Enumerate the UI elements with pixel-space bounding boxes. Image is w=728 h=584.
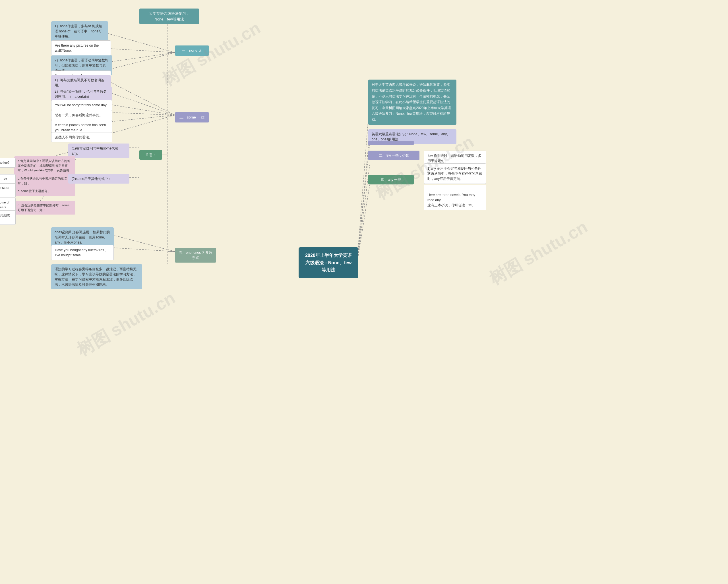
branch-four-any-desc: 1)any 多用于否定句和疑问句和条件状语从句中，当句中含有任何的意思时，any… [424, 163, 486, 184]
svg-line-27 [357, 185, 370, 264]
svg-line-11 [105, 115, 175, 122]
branch-three-ex2-cn: 某些人不同意你的看法。 [51, 132, 112, 142]
branch-three-sub1-text: 1）可与复数名词及不可数名词连用。 [55, 78, 104, 87]
branch-two-few-text: 二、few 一些，少数 [379, 154, 409, 158]
svg-line-26 [357, 165, 370, 264]
note-2-text: (2)some用于其他句式中： [72, 177, 111, 181]
branch-four-any-ex: Here are three novels. You may read any.… [424, 185, 486, 210]
bottom-note-text: 语法的学习过程会觉得条目繁多，很难记，而且枯燥无味，这种情况下，学习应该寻找的是… [55, 267, 136, 286]
branch-five-label: 五、one, ones 为复数形式 [179, 251, 212, 260]
branch-three-ex2-text: A certain (some) person has seen you bre… [55, 123, 106, 132]
note-1d-ex1-cn-node: 这些年我没有收到一些老朋友的信。 [0, 210, 16, 225]
svg-line-9 [105, 104, 175, 115]
svg-line-10 [105, 112, 175, 115]
branch-two-few [368, 141, 414, 145]
svg-line-25 [357, 143, 370, 264]
branch-four-any-text: 四、any 一些 [381, 177, 401, 182]
branch-four-any: 四、any 一些 [368, 175, 414, 185]
branch-five-sub1-text: ones必须和形容词连用，如果替代的名词时无形容词在前，则用some, any，… [55, 230, 110, 244]
note-1-text: (1)在肯定疑问句中用some代替any。 [72, 146, 118, 156]
svg-line-7 [105, 80, 175, 115]
note-1a-ex-node: Would you like some coffee? [0, 158, 16, 168]
note-1c-ex-node: Some students haven't been there before. [0, 183, 16, 198]
branch-three-sub2-text: 2）当做"某一"解时，也可与单数名词连用。（= a certain） [55, 89, 107, 99]
note-1-node: (1)在肯定疑问句中用some代替any。 [68, 143, 129, 158]
branch-four-any-desc-text: 1)any 多用于否定句和疑问句和条件状语从句中，当句中含有任何的意思时，any… [427, 167, 482, 181]
note-label-node: 注意： [139, 150, 162, 160]
note-1d-text: d. 当否定的是整体中的部分时，some可用于否定句，如： [18, 203, 69, 212]
branch-one-sub1-text: 1）none作主语，多与of 构成短语 none of，在句语中，none可单独… [55, 24, 102, 38]
branch-three-node: 三、some 一些 [175, 112, 209, 122]
svg-line-23 [357, 101, 370, 264]
note-1d-ex1-cn-text: 这些年我没有收到一些老朋友的信。 [0, 214, 10, 222]
note-1d-ex1-node: I haven't heard from some of my old frie… [0, 197, 16, 212]
svg-line-24 [357, 134, 370, 264]
note-label-text: 注意： [146, 153, 156, 157]
branch-one-sub1-ex: Are there any pictures on the wall?None. [51, 40, 111, 56]
svg-line-4 [105, 53, 175, 62]
branch-one-label: 一、none 无 [182, 48, 202, 53]
branch-one-node: 一、none 无 [175, 46, 209, 56]
note-1d-node: d. 当否定的是整体中的部分时，some可用于否定句，如： [14, 201, 75, 215]
svg-line-2 [105, 33, 175, 53]
branch-two-few-desc-text: few 作主语时，谓语动词用复数，多用于肯定句。 [427, 154, 482, 163]
right-desc1: 对于大学英语四六级考试来说，语法非常重要，坚实的语法是英语水平进阶的充分必要条件… [368, 80, 457, 125]
note-2-node: (2)some用于其他句式中： [68, 174, 129, 184]
right-desc1-text: 对于大学英语四六级考试来说，语法非常重要，坚实的语法是英语水平进阶的充分必要条件… [372, 83, 451, 121]
branch-three-ex1-cn-text: 总有一天，你会后悔这件事的。 [55, 113, 103, 117]
svg-line-8 [105, 91, 175, 115]
branch-one-ex1-text: Are there any pictures on the wall?None. [55, 44, 99, 53]
note-1c-text: c. some位于主语部分。 [18, 189, 51, 193]
branch-three-ex1-text: You will be sorry for this some day. [55, 103, 107, 107]
note-1b-node: b.在条件状语从句中表示确定的意义时，如： [14, 174, 75, 188]
top-title-node: 大学英语六级语法复习：None、few等用法 [139, 8, 199, 24]
note-1b-text: b.在条件状语从句中表示确定的意义时，如： [18, 177, 67, 185]
branch-one-sub1: 1）none作主语，多与of 构成短语 none of，在句语中，none可单独… [51, 21, 108, 41]
right-desc2-text: 英语六级重点语法知识：None、few、some、any、one、ones的用法 [372, 132, 450, 141]
svg-line-22 [105, 247, 175, 251]
branch-three-label: 三、some 一些 [179, 115, 204, 119]
svg-line-21 [105, 233, 175, 251]
center-label: 2020年上半年大学英语六级语法：None、few等用法 [305, 253, 352, 272]
branch-five-ex-text: Have you bought any rulers?Yes，I've boug… [55, 248, 107, 257]
svg-line-12 [105, 115, 175, 135]
note-1a-ex-text: Would you like some coffee? [0, 161, 9, 164]
svg-line-5 [105, 53, 175, 71]
note-1d-ex1-text: I haven't heard from some of my old frie… [0, 201, 9, 209]
branch-three-ex2-cn-text: 某些人不同意你的看法。 [55, 135, 93, 139]
svg-line-3 [105, 48, 175, 53]
top-title-text: 大学英语六级语法复习：None、few等用法 [149, 11, 190, 21]
branch-three-ex1-cn: 总有一天，你会后悔这件事的。 [51, 110, 112, 120]
bottom-note: 语法的学习过程会觉得条目繁多，很难记，而且枯燥无味，这种情况下，学习应该寻找的是… [51, 264, 142, 289]
note-1c-node: c. some位于主语部分。 [14, 187, 75, 196]
branch-two-few-label: 二、few 一些，少数 [368, 150, 419, 160]
note-1c-ex-text: Some students haven't been there before. [0, 187, 9, 195]
branch-five-node: 五、one, ones 为复数形式 [175, 248, 216, 262]
branch-five-ex: Have you bought any rulers?Yes，I've boug… [51, 245, 114, 260]
branch-three-sub2: 2）当做"某一"解时，也可与单数名词连用。（= a certain） [51, 87, 112, 102]
branch-three-ex1: You will be sorry for this some day. [51, 100, 112, 110]
branch-four-any-ex-text: Here are three novels. You may read any.… [427, 193, 475, 207]
mindmap-container: 大学英语六级语法复习：None、few等用法 一、none 无 1）none作主… [0, 0, 728, 584]
branch-five-sub1: ones必须和形容词连用，如果替代的名词时无形容词在前，则用some, any，… [51, 227, 114, 247]
center-node: 2020年上半年大学英语六级语法：None、few等用法 [298, 247, 358, 278]
